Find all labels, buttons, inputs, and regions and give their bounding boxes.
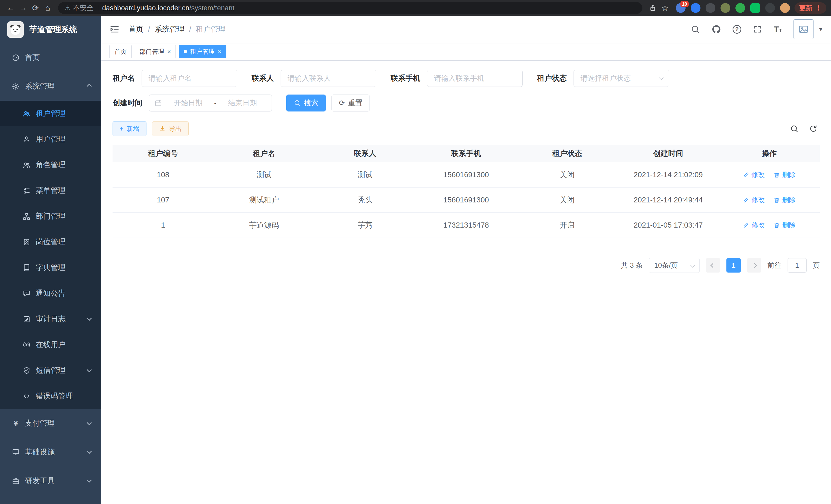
sidebar-item-menu[interactable]: 菜单管理 [0, 178, 101, 203]
edit-link[interactable]: 修改 [743, 170, 765, 179]
toggle-search-icon[interactable] [790, 124, 799, 133]
edit-link[interactable]: 修改 [743, 196, 765, 205]
chrome-update-button[interactable]: 更新 ⋮ [795, 2, 826, 13]
page-size-select[interactable]: 10条/页 [649, 258, 700, 273]
page-1-button[interactable]: 1 [726, 258, 741, 272]
sidebar-item-user[interactable]: 用户管理 [0, 126, 101, 152]
tenant-status-select[interactable] [574, 70, 669, 87]
cell-tenant-name: 测试 [213, 170, 315, 180]
close-icon[interactable]: × [167, 49, 171, 55]
sidebar-item-home[interactable]: 首页 [0, 43, 101, 72]
end-date-input[interactable] [219, 99, 266, 107]
breadcrumb-system[interactable]: 系统管理 [155, 24, 184, 34]
user-icon [23, 136, 31, 143]
user-avatar[interactable] [794, 19, 813, 39]
tenant-name-input[interactable] [142, 70, 237, 87]
tab-tenant[interactable]: 租户管理 × [179, 45, 226, 58]
share-icon[interactable] [647, 2, 659, 14]
prev-page-button[interactable] [706, 258, 720, 272]
status-label: 租户状态 [537, 73, 567, 84]
sidebar-item-payment[interactable]: ¥ 支付管理 [0, 409, 101, 438]
tab-dept[interactable]: 部门管理 × [135, 45, 176, 58]
sidebar-item-tenant[interactable]: 租户管理 [0, 101, 101, 126]
browser-chrome: ← → ⟳ ⌂ ⚠ 不安全 dashboard.yudao.iocoder.cn… [0, 0, 831, 16]
refresh-table-icon[interactable] [809, 124, 818, 133]
help-icon[interactable]: ? [733, 25, 741, 34]
browser-reload-icon[interactable]: ⟳ [29, 2, 41, 14]
browser-home-icon[interactable]: ⌂ [41, 2, 54, 14]
cell-phone: 15601691300 [416, 196, 516, 204]
sidebar-item-system[interactable]: 系统管理 [0, 72, 101, 101]
tab-home[interactable]: 首页 [110, 45, 132, 58]
security-warning-icon: ⚠ [65, 4, 70, 11]
cell-created: 2021-01-05 17:03:47 [618, 221, 719, 229]
contact-input[interactable] [281, 70, 376, 87]
start-date-input[interactable] [164, 99, 212, 107]
tenant-status-input[interactable] [574, 70, 669, 87]
sidebar-item-post[interactable]: 岗位管理 [0, 229, 101, 255]
sidebar-logo[interactable]: 芋道管理系统 [0, 16, 101, 43]
export-button[interactable]: 导出 [152, 121, 189, 136]
yen-icon: ¥ [12, 419, 20, 428]
create-time-label: 创建时间 [113, 98, 142, 108]
extension-icon-5[interactable] [736, 3, 745, 13]
sidebar-item-dev-tools[interactable]: 研发工具 [0, 467, 101, 495]
sidebar-item-audit-log[interactable]: 审计日志 [0, 306, 101, 332]
extension-icon-7[interactable] [765, 3, 775, 13]
trash-icon [773, 197, 780, 203]
header-search-icon[interactable] [690, 24, 700, 34]
browser-forward-icon[interactable]: → [17, 2, 29, 14]
extension-icon-1[interactable]: 10 [676, 3, 686, 13]
sidebar-item-online-users[interactable]: 在线用户 [0, 332, 101, 358]
sidebar-item-dept[interactable]: 部门管理 [0, 203, 101, 229]
add-button[interactable]: + 新增 [113, 121, 146, 136]
sidebar-item-error-code[interactable]: 错误码管理 [0, 383, 101, 409]
roles-icon [23, 161, 31, 169]
sidebar-toggle-icon[interactable] [110, 24, 120, 34]
browser-menu-icon[interactable]: ⋮ [815, 4, 822, 12]
omnibox-divider [98, 5, 98, 11]
sidebar-item-sms[interactable]: 短信管理 [0, 358, 101, 383]
extension-icon-3[interactable] [706, 3, 715, 13]
create-time-range[interactable]: - [149, 94, 272, 112]
cell-tenant-id: 1 [113, 221, 213, 229]
edit-link[interactable]: 修改 [743, 221, 765, 230]
sidebar-item-infrastructure[interactable]: 基础设施 [0, 438, 101, 467]
goto-page-input[interactable] [787, 258, 807, 272]
chevron-down-icon [87, 316, 92, 321]
next-page-button[interactable] [747, 258, 762, 272]
browser-back-icon[interactable]: ← [5, 2, 17, 14]
search-button[interactable]: 搜索 [286, 94, 326, 112]
dashboard-icon [12, 54, 20, 62]
book-icon [23, 264, 31, 272]
cell-contact: 秃头 [315, 195, 416, 205]
breadcrumb-current: 租户管理 [196, 24, 226, 34]
font-size-icon[interactable]: TT [774, 25, 782, 34]
fullscreen-icon[interactable] [753, 24, 763, 34]
security-warning-label: 不安全 [73, 3, 94, 12]
sidebar-item-dict[interactable]: 字典管理 [0, 255, 101, 280]
sidebar-item-role[interactable]: 角色管理 [0, 152, 101, 178]
reset-button[interactable]: ⟳ 重置 [332, 94, 370, 112]
close-icon[interactable]: × [218, 49, 222, 55]
extension-tray: 10 [676, 3, 790, 13]
extension-icon-4[interactable] [720, 3, 730, 13]
delete-link[interactable]: 删除 [773, 221, 796, 230]
github-icon[interactable] [712, 24, 721, 34]
cell-phone: 15601691300 [416, 171, 516, 179]
profile-avatar-icon[interactable] [780, 3, 790, 13]
extension-icon-2[interactable] [691, 3, 700, 13]
code-icon [23, 392, 31, 400]
bookmark-star-icon[interactable]: ☆ [659, 2, 671, 14]
sidebar-item-notice[interactable]: 通知公告 [0, 280, 101, 306]
search-form-row-1: 租户名 联系人 联系手机 租户状态 [113, 70, 820, 87]
breadcrumb-home[interactable]: 首页 [128, 24, 143, 34]
extension-icon-6[interactable] [750, 3, 760, 13]
delete-link[interactable]: 删除 [773, 170, 796, 179]
pencil-icon [743, 172, 749, 178]
id-badge-icon [23, 238, 31, 246]
address-bar[interactable]: ⚠ 不安全 dashboard.yudao.iocoder.cn/system/… [58, 2, 642, 14]
avatar-caret-icon[interactable]: ▾ [819, 26, 822, 33]
phone-input[interactable] [427, 70, 523, 87]
delete-link[interactable]: 删除 [773, 196, 796, 205]
